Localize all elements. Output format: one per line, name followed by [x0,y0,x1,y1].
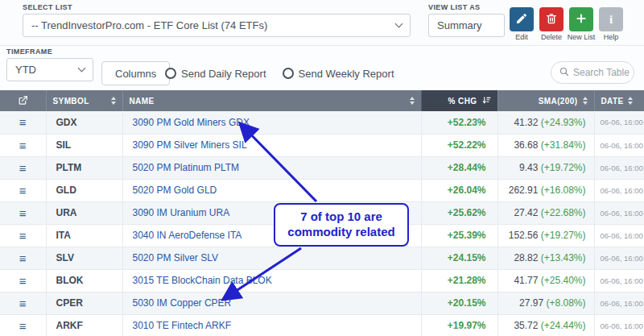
select-list-label: SELECT LIST [23,3,411,11]
date-cell: 06-06, 16:00 [594,111,644,134]
select-list-dropdown[interactable]: -- TrendInvestorPro.com - ETF Core List … [23,14,411,37]
symbol-header-label: SYMBOL [53,97,89,106]
annotation-line2: commodity related [287,225,394,240]
symbol-cell: ARKF [46,314,122,336]
delete-button[interactable] [539,7,564,31]
row-menu-icon[interactable]: ≡ [0,111,46,134]
delete-action: Delete [539,7,564,41]
sma-value: 35.72 [514,320,538,331]
sma-change: (+25.40%) [541,275,586,286]
sma200-column-header[interactable]: SMA(200) [497,90,594,111]
row-menu-icon[interactable]: ≡ [0,224,46,247]
row-menu-icon[interactable]: ≡ [0,247,46,269]
toolbar-second: TIMEFRAME YTD Columns Send Daily Report … [0,46,644,90]
name-column-header[interactable]: NAME [122,90,421,111]
new-list-button[interactable] [569,7,593,31]
name-link[interactable]: 3090 PM Silver Miners SIL [133,139,247,151]
name-link[interactable]: 5020 PM Silver SLV [133,252,219,263]
edit-button[interactable] [510,7,534,31]
row-menu-icon[interactable]: ≡ [0,292,46,314]
sma-cell: 41.32 (+24.93%) [497,111,594,134]
name-link[interactable]: 3090 PM Gold Miners GDX [133,117,250,128]
sma-change: (+19.72%) [541,162,586,173]
pct-chg-column-header[interactable]: % CHG [421,90,497,111]
send-weekly-report-radio[interactable]: Send Weekly Report [283,68,394,80]
sma-cell: 27.97 (+8.08%) [497,292,594,314]
help-button-label: Help [604,33,619,41]
name-link[interactable]: 5020 PM Platinum PLTM [133,162,240,173]
sma-cell: 9.43 (+19.72%) [497,156,594,179]
search-icon [559,65,569,80]
date-cell: 06-06, 16:00 [594,269,644,292]
view-list-as-label: VIEW LIST AS [428,3,505,11]
search-input[interactable] [573,67,631,78]
view-list-as-input[interactable]: Summary [428,14,505,37]
name-link[interactable]: 3090 IM Uranium URA [133,207,230,218]
plus-icon [575,12,588,27]
date-cell: 06-06, 16:00 [594,247,644,269]
row-menu-icon[interactable]: ≡ [0,134,46,156]
symbol-cell: BLOK [46,269,122,292]
help-button[interactable]: i [599,7,623,31]
date-cell: 06-06, 16:00 [594,314,644,336]
date-cell: 06-06, 16:00 [594,201,644,224]
send-daily-report-radio[interactable]: Send Daily Report [165,68,266,80]
row-menu-icon[interactable]: ≡ [0,179,46,201]
symbol-cell: GLD [46,179,122,201]
date-column-header[interactable]: DATE [594,90,644,111]
etf-core-list-app: SELECT LIST -- TrendInvestorPro.com - ET… [0,0,644,336]
pct-chg-header-label: % CHG [448,97,477,106]
symbol-cell: GDX [46,111,122,134]
sma-cell: 152.56 (+19.27%) [497,224,594,247]
send-weekly-report-label: Send Weekly Report [299,68,394,80]
pct-chg-cell: +24.15% [421,247,497,269]
sma-cell: 28.82 (+13.43%) [497,247,594,269]
symbol-cell: SIL [46,134,122,156]
sort-icon [628,97,633,105]
name-header-label: NAME [130,97,155,106]
date-cell: 06-06, 16:00 [594,292,644,314]
pencil-icon [515,12,528,27]
symbol-column-header[interactable]: SYMBOL [46,90,122,111]
chevron-down-icon [395,20,403,28]
external-link-icon [18,95,28,107]
table-row: ≡ PLTM 5020 PM Platinum PLTM +28.44% 9.4… [0,156,644,179]
new-list-button-label: New List [568,33,596,41]
date-header-label: DATE [601,97,624,106]
name-link[interactable]: 3040 IN AeroDefense ITA [133,230,242,241]
row-menu-icon[interactable]: ≡ [0,269,46,292]
search-box [551,61,634,84]
sma-cell: 35.72 (+24.44%) [497,314,594,336]
row-menu-icon[interactable]: ≡ [0,201,46,224]
sma-change: (+8.08%) [546,297,585,309]
symbol-cell: PLTM [46,156,122,179]
table-row: ≡ BLOK 3015 TE BlockChain Data BLOK +21.… [0,269,644,292]
edit-button-label: Edit [515,33,528,41]
row-menu-icon[interactable]: ≡ [0,156,46,179]
columns-button[interactable]: Columns [101,61,170,85]
sma-change: (+19.27%) [541,230,586,241]
report-radios: Send Daily Report Send Weekly Report [165,61,394,85]
sma-value: 36.68 [514,139,538,151]
pct-chg-cell: +20.15% [421,292,497,314]
sma-value: 27.97 [519,297,543,309]
sma-cell: 262.91 (+16.08%) [497,179,594,201]
sma-value: 28.82 [514,252,538,263]
timeframe-dropdown[interactable]: YTD [6,58,93,81]
date-cell: 06-06, 16:00 [594,134,644,156]
date-cell: 06-06, 16:00 [594,179,644,201]
sma-value: 9.43 [519,162,538,173]
table-row: ≡ GLD 5020 PM Gold GLD +26.04% 262.91 (+… [0,179,644,201]
date-cell: 06-06, 16:00 [594,156,644,179]
name-link[interactable]: 5020 PM Gold GLD [133,185,217,196]
action-buttons: Edit Delete New List i Help [510,7,623,41]
sma-change: (+13.43%) [541,252,586,263]
name-link[interactable]: 3015 TE BlockChain Data BLOK [133,275,272,286]
chart-link-column-header[interactable] [0,90,46,111]
pct-chg-cell: +26.04% [421,179,497,201]
row-menu-icon[interactable]: ≡ [0,314,46,336]
new-list-action: New List [569,7,593,41]
name-link[interactable]: 3010 TE Fintech ARKF [133,320,232,331]
name-link[interactable]: 5030 IM Copper CPER [133,297,232,309]
sma-value: 152.56 [509,230,539,241]
